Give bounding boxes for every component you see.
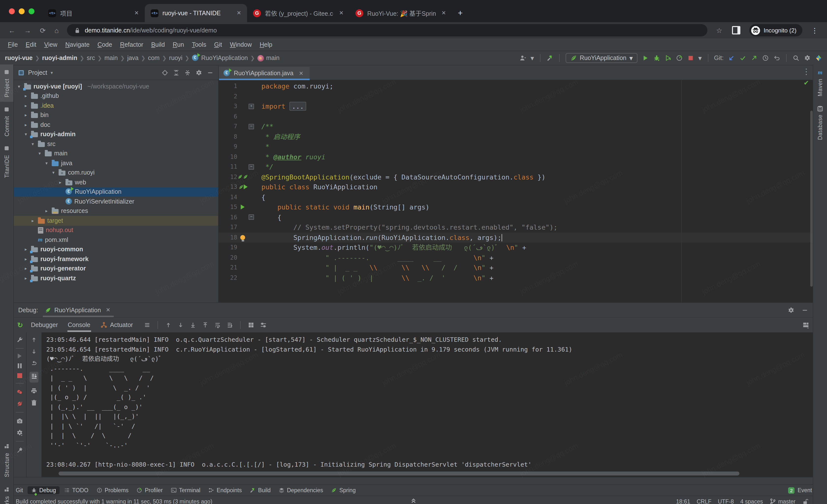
sliders-icon[interactable] (260, 322, 267, 329)
tree-row[interactable]: ▾ruoyi-admin (13, 129, 218, 139)
separator[interactable] (240, 321, 241, 329)
hide-icon[interactable] (207, 69, 214, 76)
inspections-ok-icon[interactable]: ✔ (804, 79, 809, 87)
tree-row[interactable]: CRuoYiApplication (13, 187, 218, 197)
layout-settings-icon[interactable] (802, 322, 809, 329)
run-configuration-select[interactable]: RuoYiApplication▾ (566, 53, 637, 63)
editor-tab[interactable]: C RuoYiApplication.java ✕ (219, 67, 310, 80)
tool-strip-maven[interactable]: mMaven (813, 64, 827, 101)
browser-tab[interactable]: <t>ruoyi-vue - TITANIDE✕ (145, 4, 247, 22)
tree-row[interactable]: ▾java (13, 158, 218, 168)
tree-row[interactable]: ▸ruoyi-generator (13, 264, 218, 273)
editor-scrollbar[interactable] (810, 111, 813, 287)
console-hscrollbar[interactable] (59, 471, 739, 475)
toolwindow-dependencies[interactable]: Dependencies (275, 486, 327, 494)
tab-close-icon[interactable]: ✕ (133, 9, 141, 17)
toolwindow-todo[interactable]: TODO (60, 486, 92, 494)
push-icon[interactable] (751, 55, 758, 61)
run-class-icon[interactable] (243, 184, 247, 189)
tree-row[interactable]: CRuoYiServletInitializer (13, 197, 218, 206)
menu-help[interactable]: Help (256, 40, 276, 49)
grid-icon[interactable] (248, 322, 254, 329)
pin-icon[interactable] (16, 446, 23, 453)
code-line[interactable]: 21 " | _ _ \\ \\ \\ / / \n" + (218, 263, 813, 273)
maximize-window-button[interactable] (29, 8, 35, 14)
code-line[interactable]: 11− */ (218, 162, 813, 172)
menu-window[interactable]: Window (226, 40, 256, 49)
tab-close-icon[interactable]: ✕ (337, 9, 346, 17)
collapse-all-icon[interactable] (184, 69, 191, 76)
minimize-icon[interactable] (801, 306, 808, 314)
tool-strip-database[interactable]: Database (813, 101, 827, 144)
debug-tab-debugger[interactable]: Debugger (26, 319, 63, 331)
intention-bulb-icon[interactable] (240, 235, 245, 240)
code-line[interactable]: 3+import ... (218, 101, 813, 111)
reload-icon[interactable]: ⟳ (37, 26, 49, 34)
hammer-icon[interactable] (546, 55, 553, 61)
debug-bug-icon[interactable] (653, 55, 660, 61)
menu-run[interactable]: Run (169, 40, 188, 49)
separator[interactable] (157, 321, 158, 329)
toolwindow-profiler[interactable]: Profiler (133, 486, 166, 494)
code-line[interactable]: 16− { (218, 212, 813, 222)
code-line[interactable]: 14{ (218, 192, 813, 202)
fold-marker-icon[interactable]: − (249, 164, 254, 170)
chevron-right-icon[interactable]: ▸ (23, 247, 29, 252)
debug-session-tab[interactable]: RuoYiApplication ✕ (40, 303, 117, 317)
fold-marker-icon[interactable]: − (249, 215, 254, 220)
caret-position[interactable]: 18:61 (676, 498, 690, 504)
resume-icon[interactable] (18, 353, 22, 358)
chevron-right-icon[interactable]: ▸ (44, 209, 49, 214)
code-line[interactable]: 15 public static void main(String[] args… (218, 202, 813, 212)
git-branch-widget[interactable]: master (769, 498, 795, 504)
printer-icon[interactable] (31, 387, 37, 394)
settings-icon[interactable] (804, 55, 811, 61)
tree-row[interactable]: ▸bin (13, 110, 218, 120)
code-line[interactable]: 17 // System.setProperty("spring.devtool… (218, 222, 813, 232)
chevron-down-icon[interactable]: ▾ (23, 132, 29, 137)
debug-tab-actuator[interactable]: Actuator (95, 319, 138, 331)
update-icon[interactable] (728, 55, 735, 61)
tree-row[interactable]: ▾ruoyi-vue [ruoyi]~/workspace/ruoyi-vue (13, 81, 218, 91)
chevron-right-icon[interactable]: ▸ (23, 276, 29, 281)
breadcrumb-item[interactable]: ruoyi-admin (42, 55, 77, 61)
menu-navigate[interactable]: Navigate (61, 40, 94, 49)
run-line-icon[interactable] (241, 205, 245, 210)
home-icon[interactable]: ⌂ (51, 26, 62, 34)
tree-row[interactable]: ▸resources (13, 206, 218, 216)
breadcrumb-item[interactable]: com (148, 55, 159, 61)
code-line[interactable]: 20 " .-------. ____ __ \n" + (218, 253, 813, 263)
breadcrumb-item[interactable]: mmain (257, 55, 279, 61)
chevron-right-icon[interactable]: ▸ (23, 122, 29, 127)
new-tab-button[interactable]: + (452, 8, 470, 22)
down-arrow-icon[interactable] (190, 322, 196, 329)
menu-code[interactable]: Code (94, 40, 116, 49)
trash-icon[interactable] (31, 399, 37, 406)
code-line[interactable]: 1package com.ruoyi; (218, 81, 813, 91)
tree-row[interactable]: ▸doc (13, 120, 218, 129)
chevron-right-icon[interactable]: ▸ (23, 266, 29, 271)
coverage-icon[interactable] (664, 55, 671, 61)
browser-tab[interactable]: GRuoYi-Vue: 🎉 基于SpringBoot，✕ (349, 4, 452, 22)
code-line[interactable]: 7−/** (218, 121, 813, 131)
tree-row[interactable]: ▸.github (13, 91, 218, 101)
toolwindow-spring[interactable]: Spring (328, 486, 359, 494)
tree-row[interactable]: nohup.out (13, 225, 218, 235)
chevron-down-icon[interactable]: ▾ (37, 151, 42, 156)
tree-row[interactable]: ▾com.ruoyi (13, 168, 218, 177)
project-panel-title[interactable]: Project (28, 69, 47, 76)
menu-edit[interactable]: Edit (22, 40, 40, 49)
soft-wrap-icon[interactable] (214, 322, 221, 329)
code-line[interactable]: 12@SpringBootApplication(exclude = { Dat… (218, 172, 813, 182)
wrench-icon[interactable] (16, 336, 23, 343)
forward-icon[interactable]: → (21, 26, 35, 34)
breadcrumb-item[interactable]: java (127, 55, 139, 61)
tree-row[interactable]: ▸target (13, 216, 218, 225)
tree-row[interactable]: ▸ruoyi-common (13, 245, 218, 254)
code-line[interactable]: 19 System.out.println("(♥◠‿◠)ﾉﾞ 若依启动成功 ლ… (218, 242, 813, 253)
chrome-menu-icon[interactable]: ⋮ (807, 26, 822, 34)
tab-close-icon[interactable]: ✕ (440, 9, 448, 17)
tab-close-icon[interactable]: ✕ (235, 9, 243, 17)
code-line[interactable]: 2 (218, 91, 813, 101)
toolwindow-terminal[interactable]: Terminal (167, 486, 204, 494)
